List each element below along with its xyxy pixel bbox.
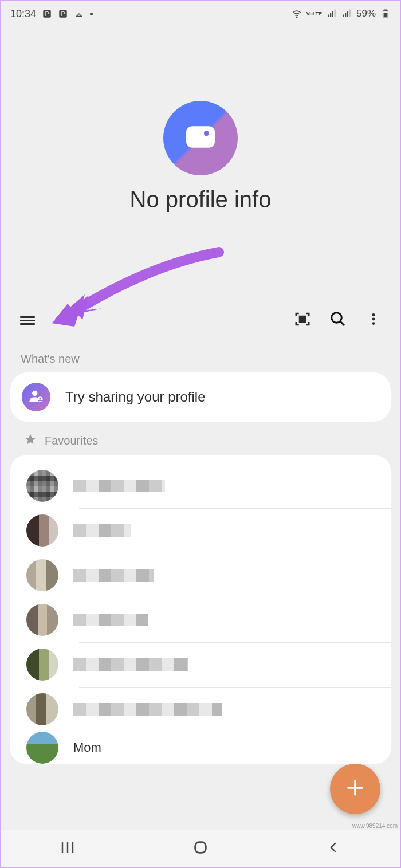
contact-name-blurred xyxy=(73,658,188,671)
svg-rect-15 xyxy=(384,13,388,18)
profile-avatar[interactable] xyxy=(163,101,238,175)
wifi-icon xyxy=(292,9,302,19)
plus-icon xyxy=(345,777,365,800)
more-options-button[interactable] xyxy=(361,308,386,333)
svg-rect-20 xyxy=(300,320,302,322)
list-item[interactable] xyxy=(10,598,391,642)
hamburger-icon xyxy=(20,315,35,327)
contact-avatar xyxy=(26,693,58,725)
contact-name-blurred xyxy=(73,703,222,716)
profile-title: No profile info xyxy=(1,187,400,213)
svg-point-22 xyxy=(332,313,342,323)
back-icon xyxy=(327,840,340,857)
svg-rect-21 xyxy=(303,320,305,322)
favourites-list: Mom xyxy=(10,455,391,764)
camera-icon xyxy=(186,125,215,151)
favourites-label: Favourites xyxy=(45,434,98,447)
watermark: www.989214.com xyxy=(352,823,398,829)
svg-point-29 xyxy=(32,391,37,396)
contact-avatar xyxy=(26,470,58,502)
profile-header[interactable]: No profile info xyxy=(1,26,400,235)
share-profile-avatar xyxy=(22,383,50,411)
contact-name-blurred xyxy=(73,569,154,582)
search-icon xyxy=(329,311,347,330)
svg-rect-14 xyxy=(384,10,387,11)
list-item[interactable] xyxy=(10,553,391,598)
menu-button[interactable] xyxy=(15,308,40,333)
list-item[interactable]: Mom xyxy=(10,732,391,764)
more-vertical-icon xyxy=(366,312,381,329)
svg-rect-18 xyxy=(300,316,302,319)
favourites-header: Favourites xyxy=(1,422,400,455)
svg-point-4 xyxy=(296,17,297,18)
whats-new-text: Try sharing your profile xyxy=(65,389,206,405)
contact-avatar xyxy=(26,732,58,764)
battery-percentage: 59% xyxy=(356,8,376,19)
svg-point-26 xyxy=(372,322,375,325)
contact-avatar xyxy=(26,514,58,547)
home-button[interactable] xyxy=(166,836,235,861)
svg-point-17 xyxy=(204,131,209,136)
svg-rect-16 xyxy=(186,126,215,148)
contact-avatar xyxy=(26,649,58,681)
battery-icon xyxy=(380,9,391,19)
svg-text:P: P xyxy=(45,10,49,17)
recents-icon xyxy=(59,840,76,857)
contact-name-blurred xyxy=(73,480,165,492)
signal-icon-2 xyxy=(341,9,352,19)
svg-rect-10 xyxy=(345,13,346,18)
notification-dot-icon xyxy=(90,13,93,15)
svg-rect-8 xyxy=(334,10,335,18)
list-item[interactable] xyxy=(10,642,391,687)
contact-name-blurred xyxy=(73,524,131,537)
svg-line-23 xyxy=(340,321,345,326)
contact-avatar xyxy=(26,559,58,591)
svg-rect-11 xyxy=(347,11,348,18)
volte-icon: VoLTE xyxy=(306,11,322,17)
svg-rect-19 xyxy=(303,316,305,319)
search-button[interactable] xyxy=(325,308,351,333)
add-contact-fab[interactable] xyxy=(330,764,380,814)
list-item[interactable] xyxy=(10,508,391,553)
signal-icon-1 xyxy=(327,9,337,19)
system-navigation-bar xyxy=(1,830,400,867)
svg-rect-9 xyxy=(343,15,344,18)
svg-point-31 xyxy=(39,397,41,399)
svg-point-24 xyxy=(372,313,375,316)
svg-rect-6 xyxy=(330,13,331,18)
qr-scan-button[interactable] xyxy=(290,308,315,333)
back-button[interactable] xyxy=(299,836,368,861)
contact-avatar xyxy=(26,604,58,636)
svg-rect-7 xyxy=(332,11,333,18)
svg-text:P: P xyxy=(61,10,65,17)
notification-icon-1: P xyxy=(42,9,52,19)
person-share-icon xyxy=(28,388,44,406)
status-time: 10:34 xyxy=(10,8,36,20)
whats-new-label: What's new xyxy=(1,336,400,372)
status-bar: 10:34 P P VoLTE 59% xyxy=(1,1,400,26)
qr-code-icon xyxy=(294,311,311,330)
whats-new-card[interactable]: Try sharing your profile xyxy=(10,372,391,422)
notification-icon-3 xyxy=(74,9,84,19)
home-icon xyxy=(192,839,209,858)
svg-rect-37 xyxy=(195,842,206,853)
list-item[interactable] xyxy=(10,464,391,508)
svg-rect-12 xyxy=(349,10,350,18)
notification-icon-2: P xyxy=(58,9,68,19)
svg-rect-5 xyxy=(328,15,329,18)
contact-name: Mom xyxy=(73,740,101,755)
list-item[interactable] xyxy=(10,687,391,732)
contact-name-blurred xyxy=(73,614,148,626)
app-toolbar xyxy=(1,304,400,336)
recents-button[interactable] xyxy=(33,836,102,861)
star-icon xyxy=(24,433,37,449)
svg-point-25 xyxy=(372,318,375,321)
